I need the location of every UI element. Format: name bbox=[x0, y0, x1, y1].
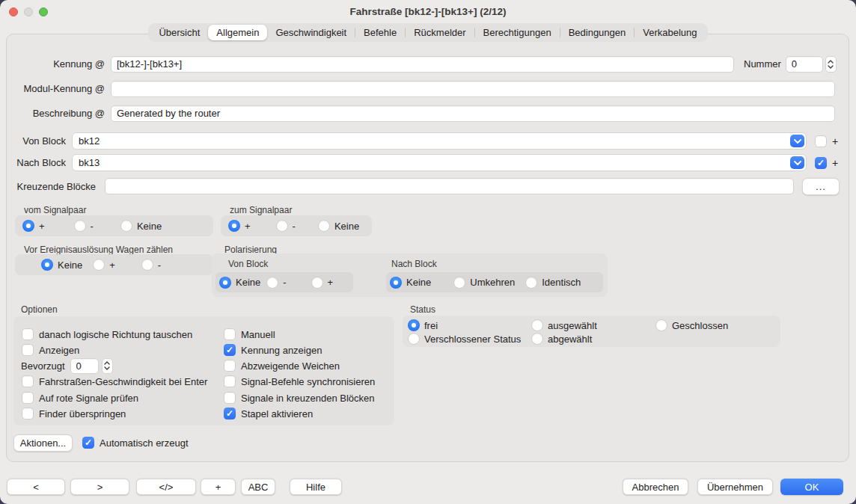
check-kennung-anzeigen[interactable]: Kennung anzeigen bbox=[224, 344, 322, 356]
radio-polar-von-keine[interactable]: Keine bbox=[219, 277, 260, 289]
hilfe-button[interactable]: Hilfe bbox=[290, 479, 342, 495]
nummer-input[interactable] bbox=[786, 56, 823, 73]
tab-berechtigungen[interactable]: Berechtigungen bbox=[475, 25, 560, 40]
tab-allgemein[interactable]: Allgemein bbox=[208, 25, 267, 40]
nach-block-label: Nach Block bbox=[12, 157, 66, 168]
status-title: Status bbox=[410, 304, 435, 315]
zum-signalpaar-group: + - Keine bbox=[221, 215, 372, 236]
check-stapel-aktivieren[interactable]: Stapel aktivieren bbox=[224, 408, 313, 420]
checkbox-icon bbox=[224, 408, 236, 420]
check-rote-signale[interactable]: Auf rote Signale prüfen bbox=[22, 392, 138, 404]
kreuzende-bloecke-browse-button[interactable]: ... bbox=[802, 178, 840, 195]
radio-polar-von-minus[interactable]: - bbox=[266, 277, 286, 289]
polarisierung-group: Von Block Keine - + Nach Block bbox=[212, 253, 608, 297]
von-block-label: Von Block bbox=[12, 135, 66, 147]
modul-kennung-row: Modul-Kennung @ bbox=[12, 80, 835, 97]
radio-status-verschlossener[interactable]: Verschlossener Status bbox=[408, 333, 521, 345]
abbrechen-button[interactable]: Abbrechen bbox=[623, 479, 688, 495]
radio-vom-signalpaar-minus[interactable]: - bbox=[74, 220, 94, 232]
beschreibung-row: Beschreibung @ bbox=[12, 105, 835, 122]
polarisierung-nach-block-title: Nach Block bbox=[391, 259, 437, 269]
checkbox-icon bbox=[22, 375, 34, 387]
radio-vom-signalpaar-keine[interactable]: Keine bbox=[120, 220, 162, 232]
radio-icon bbox=[74, 220, 86, 232]
tab-verkabelung[interactable]: Verkabelung bbox=[635, 25, 705, 40]
modul-kennung-input[interactable] bbox=[111, 81, 835, 97]
check-automatisch-erzeugt[interactable]: Automatisch erzeugt bbox=[82, 437, 189, 449]
kennung-row: Kennung @ Nummer bbox=[12, 55, 837, 73]
check-signal-befehle-sync[interactable]: Signal-Befehle synchronisieren bbox=[224, 375, 375, 387]
radio-icon bbox=[318, 220, 330, 232]
stepper-down-icon bbox=[104, 366, 110, 370]
nav-add-button[interactable]: + bbox=[201, 479, 236, 495]
radio-wagen-plus[interactable]: + bbox=[93, 259, 115, 271]
check-anzeigen[interactable]: Anzeigen bbox=[22, 344, 79, 356]
check-signale-kreuzende[interactable]: Signale in kreuzenden Blöcken bbox=[224, 392, 375, 404]
check-richtung-tauschen[interactable]: danach logische Richtung tauschen bbox=[22, 328, 192, 340]
check-abzweigende-weichen[interactable]: Abzweigende Weichen bbox=[224, 360, 340, 372]
von-block-combobox[interactable]: bk12 bbox=[72, 132, 807, 150]
kennung-input[interactable] bbox=[111, 56, 734, 73]
kreuzende-bloecke-input[interactable] bbox=[105, 178, 794, 194]
modul-kennung-label: Modul-Kennung @ bbox=[12, 83, 105, 94]
radio-wagen-minus[interactable]: - bbox=[141, 259, 161, 271]
radio-status-frei[interactable]: frei bbox=[408, 319, 438, 331]
check-geschwindigkeit-enter[interactable]: Fahrstraßen-Geschwindigkeit bei Enter bbox=[22, 375, 207, 387]
tab-geschwindigkeit[interactable]: Geschwindigkeit bbox=[267, 25, 355, 40]
tab-strip: Übersicht Allgemein Geschwindigkeit Befe… bbox=[148, 23, 707, 42]
radio-zum-signalpaar-keine[interactable]: Keine bbox=[318, 220, 359, 232]
vom-signalpaar-group: + - Keine bbox=[15, 215, 213, 236]
nach-block-plus-label: + bbox=[832, 157, 838, 169]
von-block-checkbox[interactable] bbox=[815, 135, 827, 147]
nav-prev-button[interactable]: < bbox=[7, 479, 65, 495]
radio-zum-signalpaar-plus[interactable]: + bbox=[228, 220, 251, 232]
radio-polar-von-plus[interactable]: + bbox=[311, 277, 334, 289]
tab-bedingungen[interactable]: Bedingungen bbox=[560, 25, 635, 40]
kreuzende-bloecke-row: Kreuzende Blöcke ... bbox=[12, 177, 840, 195]
zum-signalpaar-title: zum Signalpaar bbox=[230, 205, 292, 215]
chevron-down-icon[interactable] bbox=[790, 135, 804, 147]
radio-zum-signalpaar-minus[interactable]: - bbox=[276, 220, 296, 232]
nav-code-button[interactable]: </> bbox=[136, 479, 196, 495]
nach-block-combobox[interactable]: bk13 bbox=[72, 154, 807, 171]
radio-polar-nach-identisch[interactable]: Identisch bbox=[525, 277, 581, 289]
dialog-window: Fahrstraße [bk12-]-[bk13+] (2/12) Übersi… bbox=[0, 0, 856, 504]
tab-uebersicht[interactable]: Übersicht bbox=[150, 25, 208, 40]
radio-icon bbox=[311, 277, 323, 289]
nav-abc-button[interactable]: ABC bbox=[241, 479, 275, 495]
tab-rueckmelder[interactable]: Rückmelder bbox=[406, 25, 474, 40]
optionen-title: Optionen bbox=[21, 304, 58, 315]
radio-vom-signalpaar-plus[interactable]: + bbox=[22, 220, 45, 232]
check-finder-ueberspringen[interactable]: Finder überspringen bbox=[22, 408, 126, 420]
radio-icon bbox=[219, 277, 231, 289]
radio-polar-nach-umkehren[interactable]: Umkehren bbox=[453, 277, 515, 289]
aktionen-button[interactable]: Aktionen... bbox=[13, 434, 73, 452]
wagen-zaehlen-group: Keine + - bbox=[15, 254, 213, 275]
radio-status-ausgewaehlt[interactable]: ausgewählt bbox=[531, 319, 597, 331]
beschreibung-input[interactable] bbox=[111, 105, 835, 122]
radio-wagen-keine[interactable]: Keine bbox=[41, 259, 82, 271]
radio-icon bbox=[228, 220, 240, 232]
bevorzugt-stepper[interactable] bbox=[102, 358, 113, 374]
nach-block-checkbox[interactable] bbox=[815, 157, 827, 169]
radio-status-abgewaehlt[interactable]: abgewählt bbox=[531, 333, 592, 345]
tab-bar: Übersicht Allgemein Geschwindigkeit Befe… bbox=[0, 23, 856, 42]
von-block-row: Von Block bk12 + bbox=[12, 132, 838, 150]
chevron-down-icon[interactable] bbox=[790, 156, 804, 169]
radio-icon bbox=[655, 319, 667, 331]
uebernehmen-button[interactable]: Übernehmen bbox=[697, 479, 773, 495]
radio-status-geschlossen[interactable]: Geschlossen bbox=[655, 319, 728, 331]
radio-icon bbox=[531, 319, 543, 331]
radio-icon bbox=[266, 277, 278, 289]
radio-icon bbox=[141, 259, 153, 271]
radio-polar-nach-keine[interactable]: Keine bbox=[390, 277, 431, 289]
ok-button[interactable]: OK bbox=[780, 479, 843, 495]
kreuzende-bloecke-label: Kreuzende Blöcke bbox=[12, 181, 96, 192]
von-block-value: bk12 bbox=[79, 135, 100, 147]
check-manuell[interactable]: Manuell bbox=[224, 328, 275, 340]
nav-next-button[interactable]: > bbox=[70, 479, 129, 495]
vom-signalpaar-title: vom Signalpaar bbox=[24, 205, 86, 215]
nummer-stepper[interactable] bbox=[825, 56, 837, 73]
tab-befehle[interactable]: Befehle bbox=[355, 25, 405, 40]
bevorzugt-input[interactable] bbox=[70, 358, 99, 374]
